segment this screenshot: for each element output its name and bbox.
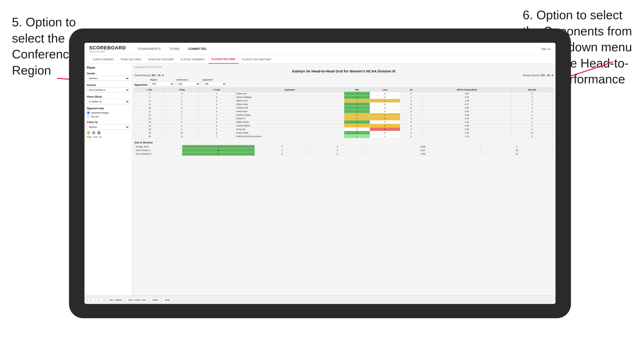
nav-tab-committee[interactable]: COMMITTEE xyxy=(184,43,211,55)
records-row: Overall Record: 353 - 34 - 6 Division Re… xyxy=(134,74,553,77)
table-row: 13 1 1 Jessica Huang 1 1 0 -3.00 2 xyxy=(135,113,553,117)
cell-win: 2 xyxy=(344,135,370,138)
division-record-label: Division Record: xyxy=(523,74,540,77)
table-row: 3 3 1 Esther Lee 1 0 0 1.50 4 xyxy=(135,92,553,95)
top-100-radio[interactable]: Top 100 xyxy=(87,115,130,118)
overall-record: Overall Record: 353 - 34 - 6 xyxy=(134,74,164,77)
view-original-btn[interactable]: View: Original xyxy=(107,298,124,302)
player-rank-select[interactable]: 8. Katelyn Vo xyxy=(87,99,130,104)
cell-rounds: 3 xyxy=(511,99,553,103)
cell-diff: 4.00 xyxy=(422,106,511,110)
division-select[interactable]: NCAA Division III xyxy=(87,87,130,93)
sub-tab-player-summary[interactable]: PLAYER SUMMARY xyxy=(178,55,208,64)
ood-name: Foreign Team xyxy=(135,145,182,149)
cell-diff: -0.94 xyxy=(422,124,511,128)
table-row: 16 3 3 Jessica Mason 1 2 0 -0.94 7 xyxy=(135,124,553,128)
view-original-label: View: Original xyxy=(109,299,122,301)
save-custom-btn[interactable]: Save Custom View xyxy=(126,298,148,302)
cell-win: 2 xyxy=(344,117,370,120)
cell-win: 2 xyxy=(344,106,370,110)
cell-conf: 2 xyxy=(198,95,235,99)
h2h-table: # Div # Reg # Conf Opponent Win Loss Tie… xyxy=(134,88,553,138)
region-filter-label: Region xyxy=(150,79,174,81)
table-row: 20 11 7 Federica Domecq Lacroze 2 1 0 1.… xyxy=(135,135,553,138)
cell-rounds: 7 xyxy=(511,124,553,128)
sidebar-division-section: Division NCAA Division III xyxy=(87,84,130,93)
sub-tab-team-summary[interactable]: TEAM SUMMARY xyxy=(89,55,117,64)
table-row: 15 8 5 Stella Cheng 1 0 0 1.25 4 xyxy=(135,120,553,124)
sidebar-player-rank-section: Player (Rank) 8. Katelyn Vo xyxy=(87,95,130,104)
cell-loss: 0 xyxy=(370,95,400,99)
sub-tab-team-h2h-grid[interactable]: TEAM H2H GRID xyxy=(117,55,144,64)
opponent-filter-select[interactable]: (All) xyxy=(202,81,226,86)
watch-btn[interactable]: Watch xyxy=(150,298,160,302)
cell-tie: 0 xyxy=(400,92,422,95)
cell-opponent: Alexis Sudijanto xyxy=(235,95,344,99)
ood-loss: 0 xyxy=(254,152,310,156)
sub-tab-player-h2h-heatmap[interactable]: PLAYER H2H HEATMAP xyxy=(238,55,274,64)
ood-win: 5 xyxy=(182,152,255,156)
save-custom-label: Save Custom View xyxy=(128,299,146,301)
cell-div: 6 xyxy=(135,99,165,103)
share-btn[interactable]: Share xyxy=(162,298,172,302)
col-loss: Loss xyxy=(370,88,400,92)
table-row: 6 3 3 Sydney Kuo 1 1 0 -1.00 3 xyxy=(135,99,553,103)
undo-btn[interactable]: ↩ xyxy=(88,298,94,302)
tablet-frame: SCOREBOARD Powered by clippd TOURNAMENTS… xyxy=(69,28,571,318)
cell-loss: 0 xyxy=(370,106,400,110)
cell-diff: 4.00 xyxy=(422,95,511,99)
region-filter-select[interactable]: (All) xyxy=(150,81,174,86)
redo-btn[interactable]: ↪ xyxy=(96,298,102,302)
cell-diff: 0.38 xyxy=(422,117,511,120)
cell-opponent: Sydney Kuo xyxy=(235,99,344,103)
ood-name: NAIA Division 1 xyxy=(135,149,182,152)
ood-loss: 0 xyxy=(254,149,310,152)
sub-tab-player-h2h-grid[interactable]: PLAYER H2H GRID xyxy=(208,55,238,64)
gender-select[interactable]: Women's xyxy=(87,76,130,81)
ood-rounds: 30 xyxy=(480,149,553,152)
nav-tab-tournaments[interactable]: TOURNAMENTS xyxy=(133,43,165,55)
top-100-radio-input[interactable] xyxy=(87,115,90,118)
opponents-played-label: Opponents Played xyxy=(91,112,108,114)
cell-tie: 0 xyxy=(400,124,422,128)
sub-tab-team-h2h-heatmap[interactable]: TEAM H2H HEATMAP xyxy=(144,55,178,64)
cell-div: 10 xyxy=(135,106,165,110)
app-header: SCOREBOARD Powered by clippd TOURNAMENTS… xyxy=(84,43,556,55)
cell-opponent: Jessica Mason xyxy=(235,124,344,128)
colour-select[interactable]: Win/loss xyxy=(87,124,130,130)
cell-loss: 2 xyxy=(370,117,400,120)
dot-down xyxy=(87,131,90,134)
cell-diff: 1.25 xyxy=(422,120,511,124)
player-label: Player xyxy=(87,66,130,69)
cell-conf: 1 xyxy=(198,113,235,117)
cell-conf: 7 xyxy=(198,135,235,138)
cell-reg: 1 xyxy=(165,103,198,106)
cell-tie: 0 xyxy=(400,99,422,103)
cell-opponent: Heejo Hyun xyxy=(235,110,344,113)
cell-opponent: Emily Chang xyxy=(235,131,344,135)
cell-opponent: Esther Lee xyxy=(235,92,344,95)
header-right: Sign out xyxy=(541,47,551,50)
sign-out-link[interactable]: Sign out xyxy=(541,47,551,50)
watch-label: Watch xyxy=(152,299,158,301)
content-panel: Last Updated: 27/03/2024 10:34 Katelyn V… xyxy=(132,64,556,295)
colour-dots xyxy=(87,131,130,134)
sidebar: Player Gender Women's Division NCAA Divi… xyxy=(84,64,132,295)
conference-filter-select[interactable]: (All) xyxy=(176,81,200,86)
ood-win: 1 xyxy=(182,145,255,149)
cell-rounds: 4 xyxy=(511,92,553,95)
nav-tab-teams[interactable]: TEAMS xyxy=(165,43,184,55)
cell-conf: 2 xyxy=(198,128,235,131)
cell-div: 16 xyxy=(135,124,165,128)
top-100-label: Top 100 xyxy=(91,115,98,118)
cell-reg: 7 xyxy=(165,117,198,120)
table-row: 5 2 2 Alexis Sudijanto 1 0 0 4.00 3 xyxy=(135,95,553,99)
cell-tie: 0 xyxy=(400,117,422,120)
col-rounds: Rounds xyxy=(511,88,553,92)
opponents-played-radio[interactable]: Opponents Played xyxy=(87,111,130,114)
cell-rounds: 2 xyxy=(511,128,553,131)
opponents-played-radio-input[interactable] xyxy=(87,111,90,114)
cell-loss: 1 xyxy=(370,99,400,103)
sidebar-gender-section: Gender Women's xyxy=(87,72,130,81)
region-filter: Region (All) xyxy=(150,79,174,86)
